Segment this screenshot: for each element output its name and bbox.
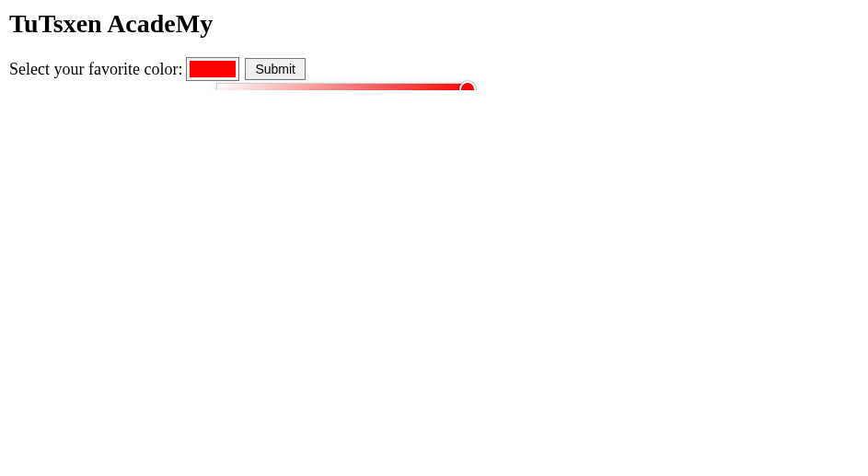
saturation-value-area[interactable]	[217, 84, 473, 90]
submit-button[interactable]: Submit	[245, 58, 306, 80]
color-input-swatch[interactable]	[186, 57, 239, 81]
color-swatch-fill	[190, 61, 236, 77]
color-form-row: Select your favorite color: Submit	[9, 57, 859, 81]
sv-indicator[interactable]	[459, 81, 476, 90]
page-title: TuTsxen AcadeMy	[9, 9, 859, 39]
color-picker-popup: R G B	[216, 83, 474, 90]
color-label: Select your favorite color:	[9, 60, 182, 79]
